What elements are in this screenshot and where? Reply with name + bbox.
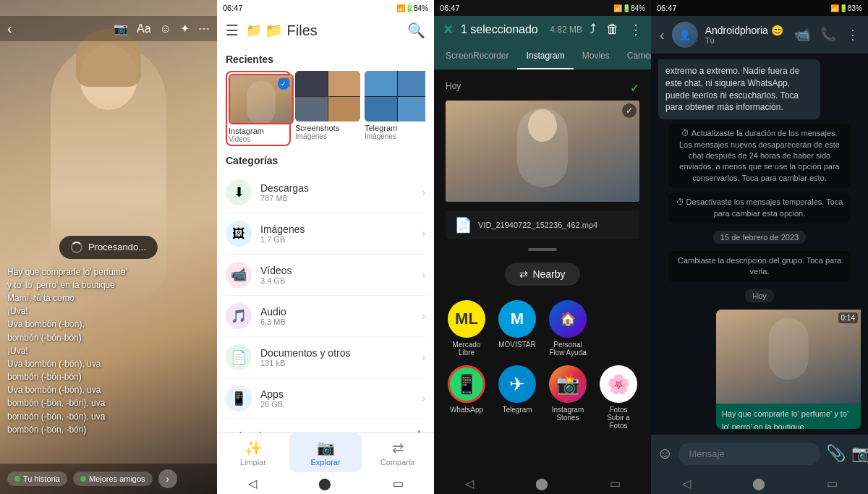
processing-badge: Procesando... <box>59 236 158 259</box>
my-story-btn[interactable]: Tu historia <box>7 472 67 486</box>
cat-item-imagenes[interactable]: 🖼 Imágenes 1.7 GB › <box>226 213 425 255</box>
nearby-button[interactable]: ⇄ Nearby <box>505 263 579 286</box>
wa-msg-description-text: Cambiaste la descripción del grupo. Toca… <box>678 256 841 276</box>
recents-nav-3[interactable]: ▭ <box>610 477 621 490</box>
wa-more-icon[interactable]: ⋮ <box>846 27 859 43</box>
status-icons-3: 📶🔋84% <box>613 4 645 12</box>
tab-screenrecorder[interactable]: ScreenRecorder <box>437 43 517 69</box>
recent-item-telegram[interactable]: Telegram Imágenes <box>365 71 425 146</box>
back-nav-4[interactable]: ◁ <box>682 477 691 490</box>
cat-name-videos: Vídeos <box>260 265 413 276</box>
wa-contact-info[interactable]: Androidphoria 😊 Tú <box>705 25 787 45</box>
text-icon[interactable]: Aa <box>137 22 151 35</box>
tab-compartir[interactable]: ⇄ Compartir <box>362 433 434 472</box>
share-app-movistar[interactable]: M MOVISTAR <box>496 300 538 357</box>
recent-item-screenshots[interactable]: Screenshots Imágenes <box>295 71 360 146</box>
wa-msg-encryption: extremo a extremo. Nadie fuera de este c… <box>658 59 820 119</box>
wa-video-thumb: ▶ 0:14 <box>716 310 861 404</box>
recent-item-instagram[interactable]: ▶ ✓ Instagram Videos <box>226 71 291 146</box>
cat-name-imagenes: Imágenes <box>260 223 413 235</box>
tab-movies[interactable]: Movies <box>574 43 618 69</box>
cat-info-docs: Documentos y otros 131 kB <box>260 347 413 367</box>
wa-call-icon[interactable]: 📞 <box>820 27 836 43</box>
story-nav-arrow[interactable]: › <box>158 469 177 488</box>
recents-nav-2[interactable]: ▭ <box>393 477 404 490</box>
status-bar-2: 06:47 📶🔋84% <box>217 0 434 16</box>
wa-contact-avatar[interactable]: 👤 <box>672 22 698 48</box>
categories-list: ⬇ Descargas 787 MB › 🖼 Imágenes 1.7 GB ›… <box>226 172 425 420</box>
back-icon[interactable]: ‹ <box>7 20 12 37</box>
bottom-bar-1: Tu historia Mejores amigos › <box>0 464 217 494</box>
more-icon-3[interactable]: ⋮ <box>629 22 642 38</box>
wa-date-feb: 15 de febrero de 2023 <box>713 231 806 244</box>
wa-message-input[interactable] <box>678 443 820 465</box>
home-nav-2[interactable]: ⬤ <box>318 477 331 490</box>
cat-item-apps[interactable]: 📱 Apps 26 GB › <box>226 378 425 420</box>
cat-icon-image: 🖼 <box>226 221 252 247</box>
close-icon[interactable]: ✕ <box>443 22 454 38</box>
share-app-instagram[interactable]: 📸 InstagramStories <box>547 365 589 430</box>
recent-thumb-telegram <box>365 71 425 122</box>
wa-video-call-icon[interactable]: 📹 <box>794 27 810 43</box>
panel-share: 06:47 📶🔋84% ✕ 1 seleccionado 4.82 MB ⤴ 🗑… <box>434 0 651 494</box>
file-icon: 📄 <box>454 216 472 234</box>
wa-msg-description[interactable]: Cambiaste la descripción del grupo. Toca… <box>668 251 851 282</box>
tab-limpiar-label: Limpiar <box>240 458 266 467</box>
tab-limpiar[interactable]: ✨ Limpiar <box>217 433 289 472</box>
share-app-whatsapp[interactable]: 📱 WhatsApp <box>446 365 488 430</box>
video-thumbnail[interactable]: ✓ <box>446 101 639 202</box>
wa-emoji-button[interactable]: ☺ <box>657 444 673 463</box>
effects-icon[interactable]: ✦ <box>180 22 190 35</box>
lyrics-text: Hay que comprarle lo' perfume' y to' lo'… <box>7 267 127 435</box>
cat-icon-doc: 📄 <box>226 344 252 370</box>
wa-msg-timer-off[interactable]: ⏱ Desactivaste los mensajes temporales. … <box>668 192 851 223</box>
story-dot-1 <box>14 476 20 482</box>
search-icon[interactable]: 🔍 <box>407 22 425 39</box>
share-icon[interactable]: ⤴ <box>590 22 596 38</box>
cat-info-videos: Vídeos 3.4 GB <box>260 265 413 285</box>
recent-type-instagram: Videos <box>229 135 288 143</box>
share-app-personalflow[interactable]: 🏠 PersonalFlow Ayuda <box>547 300 589 357</box>
share-app-photos[interactable]: 🌸 FotosSubir a Fotos <box>597 365 639 430</box>
best-friends-btn[interactable]: Mejores amigos <box>73 472 153 486</box>
nearby-icon: ⇄ <box>519 268 528 280</box>
delete-icon[interactable]: 🗑 <box>606 22 619 38</box>
recent-thumb-screenshots <box>295 71 360 122</box>
recents-nav-4[interactable]: ▭ <box>827 477 838 490</box>
time-3: 06:47 <box>440 4 460 12</box>
share-app-telegram[interactable]: ✈ Telegram <box>496 365 538 430</box>
selected-count-label: 1 seleccionado <box>461 23 542 36</box>
cat-item-descargas[interactable]: ⬇ Descargas 787 MB › <box>226 172 425 213</box>
tab-camera[interactable]: Camera <box>618 43 651 69</box>
back-nav-3[interactable]: ◁ <box>465 477 474 490</box>
emoji-icon[interactable]: ☺ <box>160 22 171 35</box>
share-app-mercadolibre[interactable]: ML MercadoLibre <box>446 300 488 357</box>
tab-instagram-folder[interactable]: Instagram <box>517 43 573 69</box>
back-nav-2[interactable]: ◁ <box>248 477 257 490</box>
today-check-icon: ✓ <box>630 81 639 95</box>
cat-size-videos: 3.4 GB <box>260 276 413 285</box>
android-nav-4: ◁ ⬤ ▭ <box>651 472 868 494</box>
cat-chevron-4: › <box>422 351 425 364</box>
recent-type-screenshots: Imágenes <box>295 132 360 140</box>
wa-back-button[interactable]: ‹ <box>660 27 665 43</box>
status-bar-4: 06:47 📶🔋83% <box>651 0 868 16</box>
recent-name-instagram: Instagram <box>229 127 288 135</box>
cat-item-videos[interactable]: 📹 Vídeos 3.4 GB › <box>226 255 425 296</box>
wa-msg-timer-on[interactable]: ⏱ Actualizaste la duración de los mensaj… <box>668 124 851 188</box>
camera-icon[interactable]: 📷 <box>114 22 128 35</box>
tab-explorar[interactable]: 📷 Explorar <box>289 433 362 472</box>
home-nav-3[interactable]: ⬤ <box>535 477 548 490</box>
cat-item-docs[interactable]: 📄 Documentos y otros 131 kB › <box>226 337 425 378</box>
cat-item-audio[interactable]: 🎵 Audio 6.3 MB › <box>226 296 425 337</box>
share-apps-grid: ML MercadoLibre M MOVISTAR 🏠 PersonalFlo… <box>446 294 639 435</box>
hamburger-icon[interactable]: ☰ <box>226 22 239 39</box>
wa-camera-button[interactable]: 📷 <box>851 444 868 463</box>
wa-date-today: Hoy <box>745 289 774 302</box>
home-nav-4[interactable]: ⬤ <box>752 477 765 490</box>
cat-name-apps: Apps <box>260 388 413 400</box>
wa-attach-button[interactable]: 📎 <box>826 444 846 463</box>
telegram-icon: ✈ <box>498 365 536 403</box>
more-icon[interactable]: ⋯ <box>198 22 210 35</box>
wa-video-message[interactable]: ▶ 0:14 Hay que comprarle lo' perfume' y … <box>716 310 861 429</box>
